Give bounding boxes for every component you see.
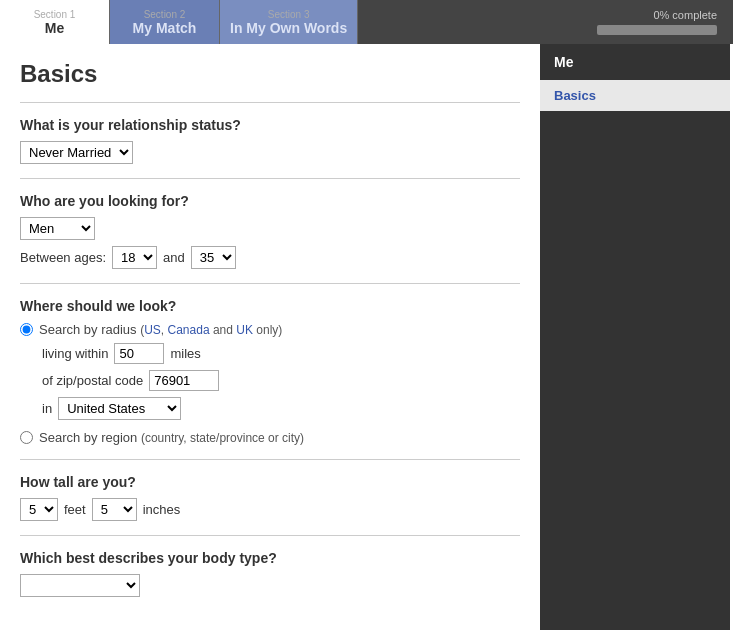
age-and-label: and: [163, 250, 185, 265]
progress-bar-bg: [597, 25, 717, 35]
age-range-row: Between ages: 181920253035 and 182530354…: [20, 246, 520, 269]
country-row: in United States Canada United Kingdom: [42, 397, 520, 420]
relationship-status-select[interactable]: Never Married Divorced Separated Widowed: [20, 141, 133, 164]
inches-label: inches: [143, 502, 181, 517]
divider-4: [20, 535, 520, 536]
zip-row: of zip/postal code: [42, 370, 520, 391]
progress-area: 0% complete: [593, 0, 733, 44]
height-feet-select[interactable]: 4567: [20, 498, 58, 521]
region-radio-label: Search by region (country, state/provinc…: [39, 430, 304, 445]
tab-me[interactable]: Section 1 Me: [0, 0, 110, 44]
relationship-status-question: What is your relationship status?: [20, 117, 520, 133]
body-type-section: Which best describes your body type?: [20, 550, 520, 597]
looking-for-question: Who are you looking for?: [20, 193, 520, 209]
tab-my-match[interactable]: Section 2 My Match: [110, 0, 220, 44]
zip-input[interactable]: [149, 370, 219, 391]
in-label: in: [42, 401, 52, 416]
age-max-select[interactable]: 182530354050: [191, 246, 236, 269]
relationship-status-section: What is your relationship status? Never …: [20, 117, 520, 164]
gender-select[interactable]: Men Women: [20, 217, 95, 240]
miles-input[interactable]: [114, 343, 164, 364]
radius-radio-row: Search by radius (US, Canada and UK only…: [20, 322, 520, 337]
sidebar: Me Basics: [540, 44, 730, 630]
tab-own-words[interactable]: Section 3 In My Own Words: [220, 0, 358, 44]
main-layout: Basics What is your relationship status?…: [0, 44, 733, 630]
height-inches-select[interactable]: 01234567891011: [92, 498, 137, 521]
region-radio[interactable]: [20, 431, 33, 444]
country-select[interactable]: United States Canada United Kingdom: [58, 397, 181, 420]
region-radio-row: Search by region (country, state/provinc…: [20, 430, 520, 445]
where-look-section: Where should we look? Search by radius (…: [20, 298, 520, 445]
age-min-select[interactable]: 181920253035: [112, 246, 157, 269]
page-title: Basics: [20, 60, 520, 88]
where-look-question: Where should we look?: [20, 298, 520, 314]
age-between-label: Between ages:: [20, 250, 106, 265]
miles-label: miles: [170, 346, 200, 361]
divider-top: [20, 102, 520, 103]
divider-2: [20, 283, 520, 284]
sidebar-section-title: Me: [540, 44, 730, 80]
radius-note: (US, Canada and UK only): [140, 323, 282, 337]
living-within-label: living within: [42, 346, 108, 361]
gender-row: Men Women: [20, 217, 520, 240]
height-row: 4567 feet 01234567891011 inches: [20, 498, 520, 521]
section2-label: Section 2: [144, 9, 186, 20]
body-type-question: Which best describes your body type?: [20, 550, 520, 566]
looking-for-section: Who are you looking for? Men Women Betwe…: [20, 193, 520, 269]
radius-radio[interactable]: [20, 323, 33, 336]
section3-label: Section 3: [268, 9, 310, 20]
radius-radio-label: Search by radius (US, Canada and UK only…: [39, 322, 282, 337]
radius-sub-section: living within miles of zip/postal code i…: [42, 343, 520, 420]
height-question: How tall are you?: [20, 474, 520, 490]
relationship-status-row: Never Married Divorced Separated Widowed: [20, 141, 520, 164]
living-within-row: living within miles: [42, 343, 520, 364]
region-note: (country, state/province or city): [141, 431, 304, 445]
tab-own-words-label: In My Own Words: [230, 20, 347, 36]
content-area: Basics What is your relationship status?…: [0, 44, 540, 630]
sidebar-item-basics[interactable]: Basics: [540, 80, 730, 111]
section1-label: Section 1: [34, 9, 76, 20]
progress-label: 0% complete: [653, 9, 717, 21]
tab-me-label: Me: [45, 20, 64, 36]
body-type-select[interactable]: [20, 574, 140, 597]
divider-3: [20, 459, 520, 460]
height-section: How tall are you? 4567 feet 012345678910…: [20, 474, 520, 521]
zip-label: of zip/postal code: [42, 373, 143, 388]
feet-label: feet: [64, 502, 86, 517]
divider-1: [20, 178, 520, 179]
header: Section 1 Me Section 2 My Match Section …: [0, 0, 733, 44]
tab-my-match-label: My Match: [133, 20, 197, 36]
